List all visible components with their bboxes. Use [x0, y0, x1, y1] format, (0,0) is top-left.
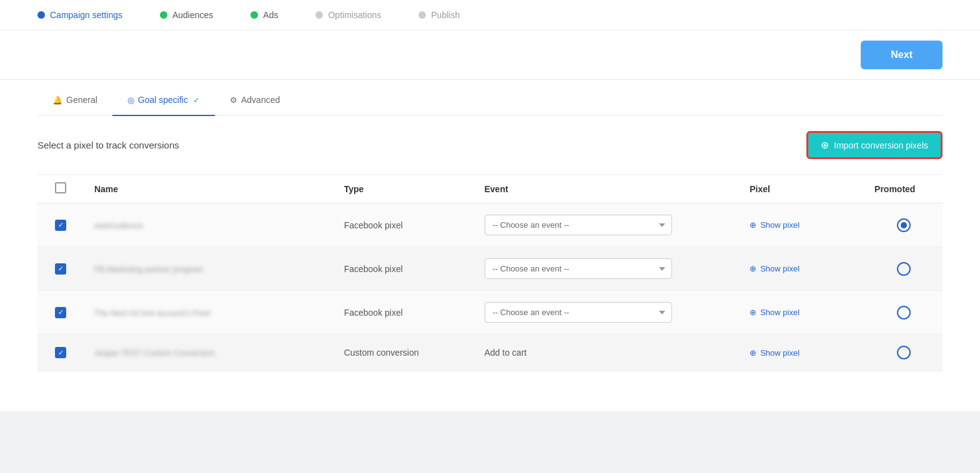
nav-dot-campaign [37, 11, 45, 19]
pixel-table: Name Type Event Pixel Promoted ✓ webAudi… [37, 174, 943, 371]
row-checkbox-1[interactable]: ✓ [55, 263, 66, 275]
row-type-0: Facebook pixel [344, 220, 403, 230]
plus-circle-icon: ⊕ [821, 139, 829, 151]
row-checkbox-container-2: ✓ [47, 307, 74, 318]
nav-step-optimisations[interactable]: Optimisations [315, 10, 381, 20]
show-pixel-button-0[interactable]: ⊕ Show pixel [750, 220, 799, 230]
promoted-radio-3[interactable] [897, 346, 911, 359]
nav-step-label: Optimisations [328, 10, 381, 20]
nav-step-label: Publish [431, 10, 460, 20]
select-all-checkbox[interactable] [55, 182, 66, 193]
nav-step-label: Campaign settings [50, 10, 122, 20]
tab-goal-specific-label: Goal specific [138, 95, 188, 105]
row-checkbox-container-0: ✓ [47, 220, 74, 231]
row-name-1: FB Marketing partner program [94, 265, 203, 274]
row-name-0: webAudience [94, 221, 143, 230]
promoted-radio-2[interactable] [897, 306, 911, 319]
tab-general-label: General [66, 95, 97, 105]
radio-inner-0 [901, 222, 907, 228]
section-header: Select a pixel to track conversions ⊕ Im… [37, 131, 943, 159]
row-type-3: Custom conversion [344, 348, 419, 358]
section-title: Select a pixel to track conversions [37, 140, 179, 150]
nav-dot-publish [418, 11, 426, 19]
show-pixel-button-1[interactable]: ⊕ Show pixel [750, 264, 799, 273]
show-pixel-label-3: Show pixel [760, 348, 799, 358]
move-icon-2: ⊕ [750, 308, 756, 317]
col-header-name: Name [84, 175, 334, 203]
promoted-radio-0[interactable] [897, 218, 911, 232]
table-row: ✓ Jesper TEST Custom ConversionCustom co… [37, 334, 943, 371]
show-pixel-label-1: Show pixel [760, 264, 799, 273]
advanced-tab-icon: ⚙ [230, 95, 237, 105]
table-header-row: Name Type Event Pixel Promoted [37, 175, 943, 203]
import-btn-label: Import conversion pixels [834, 140, 928, 150]
row-checkbox-0[interactable]: ✓ [55, 220, 66, 231]
col-header-type: Type [334, 175, 475, 203]
col-header-event: Event [475, 175, 740, 203]
col-header-pixel: Pixel [740, 175, 864, 203]
tab-advanced[interactable]: ⚙ Advanced [215, 85, 295, 116]
show-pixel-label-2: Show pixel [760, 308, 799, 317]
table-row: ✓ FB Marketing partner programFacebook p… [37, 247, 943, 291]
goal-tab-icon: ◎ [127, 95, 134, 105]
nav-step-label: Audiences [172, 10, 213, 20]
action-bar: Next [0, 31, 980, 80]
nav-step-audiences[interactable]: Audiences [160, 10, 213, 20]
move-icon-3: ⊕ [750, 348, 756, 358]
tab-general[interactable]: 🔔 General [37, 85, 112, 116]
nav-step-campaign-settings[interactable]: Campaign settings [37, 10, 122, 20]
promoted-radio-1[interactable] [897, 262, 911, 276]
nav-dot-optimisations [315, 11, 323, 19]
col-header-promoted: Promoted [864, 175, 943, 203]
table-header-checkbox [37, 175, 84, 203]
main-content: 🔔 General ◎ Goal specific ✓ ⚙ Advanced S… [0, 80, 980, 411]
event-dropdown-1[interactable]: -- Choose an event -- [485, 258, 672, 279]
table-row: ✓ The Next Ad test account's PixelFacebo… [37, 291, 943, 334]
nav-step-ads[interactable]: Ads [250, 10, 278, 20]
nav-dot-ads [250, 11, 258, 19]
tab-advanced-label: Advanced [241, 95, 280, 105]
move-icon-1: ⊕ [750, 264, 756, 273]
tab-goal-specific[interactable]: ◎ Goal specific ✓ [112, 85, 215, 116]
row-checkbox-container-3: ✓ [47, 347, 74, 358]
pixel-section: Select a pixel to track conversions ⊕ Im… [37, 116, 943, 386]
row-name-2: The Next Ad test account's Pixel [94, 308, 210, 318]
nav-step-publish[interactable]: Publish [418, 10, 460, 20]
move-icon-0: ⊕ [750, 220, 756, 230]
general-tab-icon: 🔔 [52, 95, 62, 105]
goal-tab-check-icon: ✓ [193, 95, 200, 105]
row-checkbox-3[interactable]: ✓ [55, 347, 66, 358]
show-pixel-button-2[interactable]: ⊕ Show pixel [750, 308, 799, 317]
row-checkbox-2[interactable]: ✓ [55, 307, 66, 318]
row-name-3: Jesper TEST Custom Conversion [94, 348, 215, 358]
event-dropdown-2[interactable]: -- Choose an event -- [485, 302, 672, 323]
nav-step-label: Ads [263, 10, 278, 20]
table-row: ✓ webAudienceFacebook pixel -- Choose an… [37, 203, 943, 247]
show-pixel-button-3[interactable]: ⊕ Show pixel [750, 348, 799, 358]
next-button[interactable]: Next [861, 41, 943, 69]
tab-bar: 🔔 General ◎ Goal specific ✓ ⚙ Advanced [37, 80, 943, 116]
top-navigation: Campaign settings Audiences Ads Optimisa… [0, 0, 980, 31]
nav-dot-audiences [160, 11, 167, 19]
import-conversion-pixels-button[interactable]: ⊕ Import conversion pixels [806, 131, 943, 159]
show-pixel-label-0: Show pixel [760, 220, 799, 230]
event-dropdown-0[interactable]: -- Choose an event -- [485, 215, 672, 235]
row-checkbox-container-1: ✓ [47, 263, 74, 275]
row-type-2: Facebook pixel [344, 308, 403, 318]
event-text-3: Add to cart [485, 348, 527, 358]
row-type-1: Facebook pixel [344, 264, 403, 274]
